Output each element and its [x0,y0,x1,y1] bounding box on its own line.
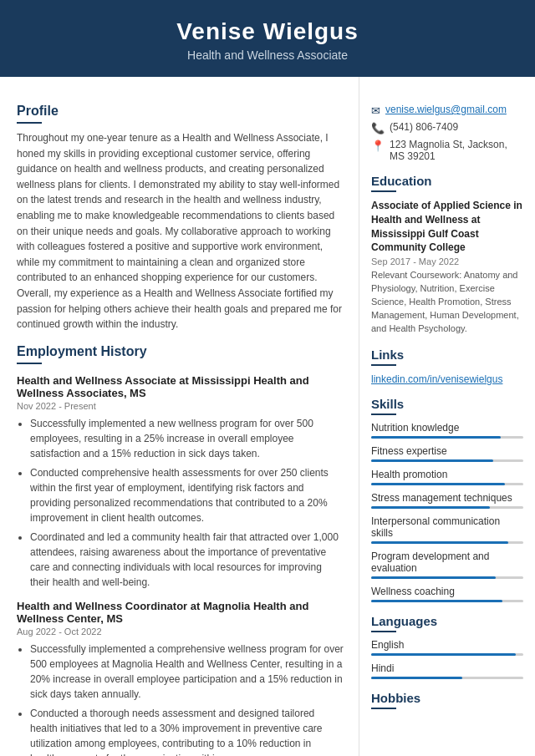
hobbies-section-title: Hobbies [371,691,523,705]
skill-bar-bg [371,600,523,602]
contact-section: ✉ venise.wielgus@gmail.com 📞 (541) 806-7… [371,104,523,162]
education-section-title: Education [371,174,523,188]
skill-item: Stress management techniques [371,492,523,509]
edu-courses: Relevant Coursework: Anatomy and Physiol… [371,269,523,336]
skill-bar-fill [371,436,501,439]
skill-bar-bg [371,436,523,439]
skill-bar-fill [371,677,462,679]
profile-text: Throughout my one-year tenure as a Healt… [17,130,344,332]
contact-address: 📍 123 Magnolia St, Jackson, MS 39201 [371,139,523,162]
skill-bar-bg [371,459,523,462]
job-2: Health and Wellness Coordinator at Magno… [17,600,344,756]
edu-degree: Associate of Applied Science in Health a… [371,199,523,255]
location-icon: 📍 [371,140,385,152]
main-content: Profile Throughout my one-year tenure as… [0,77,535,756]
lang-name: English [371,639,523,651]
lang-item: Hindi [371,662,523,679]
skill-bar-bg [371,576,523,579]
skill-bar-fill [371,483,505,485]
skill-item: Interpersonal communication skills [371,515,523,544]
skill-item: Program development and evaluation [371,551,523,579]
skill-name: Stress management techniques [371,492,523,504]
job-2-bullets: Successfully implemented a comprehensive… [17,642,344,756]
skill-item: Health promotion [371,469,523,485]
address-text: 123 Magnolia St, Jackson, MS 39201 [390,139,523,162]
skill-bar-fill [371,653,516,656]
edu-date: Sep 2017 - May 2022 [371,256,523,266]
profile-divider [17,122,42,124]
skill-bar-fill [371,600,502,602]
skill-name: Program development and evaluation [371,551,523,574]
job-1-date: Nov 2022 - Present [17,401,344,411]
skills-section-title: Skills [371,397,523,411]
linkedin-link[interactable]: linkedin.com/in/venisewielgus [371,373,502,385]
contact-phone: 📞 (541) 806-7409 [371,121,523,134]
skill-bar-bg [371,677,523,679]
skill-name: Interpersonal communication skills [371,515,523,539]
employment-divider [17,363,42,364]
skill-name: Fitness expertise [371,445,523,457]
employment-section-title: Employment History [17,344,344,359]
skills-divider [371,414,396,415]
skill-bar-bg [371,483,523,485]
phone-icon: 📞 [371,122,385,134]
skill-bar-fill [371,506,490,509]
job-2-date: Aug 2022 - Oct 2022 [17,627,344,637]
languages-section-title: Languages [371,614,523,628]
phone-number: (541) 806-7409 [390,121,458,133]
candidate-name: Venise Wielgus [17,18,518,45]
contact-email: ✉ venise.wielgus@gmail.com [371,104,523,117]
skill-name: Nutrition knowledge [371,422,523,434]
skill-bar-bg [371,541,523,544]
skill-name: Wellness coaching [371,586,523,597]
left-column: Profile Throughout my one-year tenure as… [0,77,359,756]
hobbies-divider [371,708,396,709]
email-icon: ✉ [371,104,380,117]
lang-item: English [371,639,523,656]
job-2-title: Health and Wellness Coordinator at Magno… [17,600,344,625]
list-item: Conducted comprehensive health assessmen… [30,465,344,525]
candidate-title: Health and Wellness Associate [17,48,518,62]
skill-item: Fitness expertise [371,445,523,462]
skill-item: Nutrition knowledge [371,422,523,439]
email-link[interactable]: venise.wielgus@gmail.com [385,104,507,115]
education-item-1: Associate of Applied Science in Health a… [371,199,523,336]
list-item: Conducted a thorough needs assessment an… [30,706,344,756]
list-item: Successfully implemented a new wellness … [30,416,344,461]
list-item: Coordinated and led a community health f… [30,530,344,590]
profile-section-title: Profile [17,104,344,119]
skill-name: Health promotion [371,469,523,480]
education-divider [371,190,396,192]
header: Venise Wielgus Health and Wellness Assoc… [0,0,535,77]
skill-bar-fill [371,576,496,579]
languages-divider [371,631,396,632]
links-section-title: Links [371,348,523,362]
job-1-title: Health and Wellness Associate at Mississ… [17,374,344,399]
skill-bar-fill [371,459,493,462]
skill-bar-fill [371,541,508,544]
lang-name: Hindi [371,662,523,674]
right-column: ✉ venise.wielgus@gmail.com 📞 (541) 806-7… [359,77,535,756]
skill-bar-bg [371,653,523,656]
job-1-bullets: Successfully implemented a new wellness … [17,416,344,590]
list-item: Successfully implemented a comprehensive… [30,642,344,702]
skill-bar-bg [371,506,523,509]
links-divider [371,364,396,366]
skill-item: Wellness coaching [371,586,523,602]
job-1: Health and Wellness Associate at Mississ… [17,374,344,590]
